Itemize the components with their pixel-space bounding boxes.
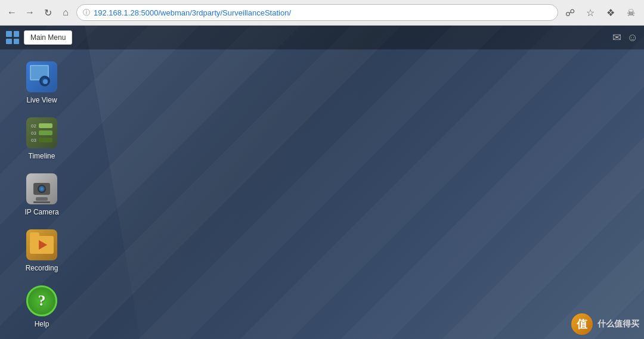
timeline-icon: 02 03 03 [26,117,57,148]
browser-chrome: ← → ↻ ⌂ ⓘ 192.168.1.28:5000/webman/3rdpa… [0,0,644,26]
profile-icon[interactable]: ☠ [623,4,639,21]
live-view-icon [26,61,57,92]
menu-item-help[interactable]: ? Help [6,279,78,334]
top-bar: Main Menu ✉ ☺ [0,26,644,49]
recording-icon [26,229,57,260]
menu-item-live-view[interactable]: Live View [6,55,78,110]
menu-item-ip-camera[interactable]: IP Camera [6,167,78,222]
main-menu-tooltip: Main Menu [24,30,72,45]
app-window: Main Menu ✉ ☺ Live View 02 [0,26,644,339]
main-menu-icon[interactable] [6,31,19,44]
toolbar-right: ☍ ☆ ❖ ☠ [562,4,639,21]
top-bar-right: ✉ ☺ [612,31,638,44]
ip-camera-icon [26,173,57,204]
timeline-label: Timeline [29,152,55,160]
live-view-label: Live View [26,96,57,104]
back-button[interactable]: ← [5,5,19,20]
menu-item-timeline[interactable]: 02 03 03 Timeline [6,111,78,166]
url-path: :5000/webman/3rdparty/SurveillanceStatio… [139,8,291,17]
app-background [0,26,644,339]
help-label: Help [35,320,49,328]
reader-view-icon[interactable]: ☍ [562,4,578,21]
watermark-text: 什么值得买 [597,319,639,329]
url-text: 192.168.1.28:5000/webman/3rdparty/Survei… [94,8,291,17]
address-bar[interactable]: ⓘ 192.168.1.28:5000/webman/3rdparty/Surv… [76,4,558,21]
home-button[interactable]: ⌂ [58,5,73,20]
reload-button[interactable]: ↻ [41,5,55,20]
chat-icon[interactable]: ✉ [612,31,621,44]
watermark: 值 什么值得买 [571,313,639,335]
recording-label: Recording [26,264,58,272]
user-icon[interactable]: ☺ [627,32,638,44]
menu-item-recording[interactable]: Recording [6,223,78,278]
main-menu-label: Main Menu [30,33,66,42]
url-host: 192.168.1.28 [94,8,139,17]
bookmark-icon[interactable]: ☆ [582,4,599,21]
ip-camera-label: IP Camera [24,208,58,216]
top-bar-left: Main Menu [6,30,72,45]
help-icon: ? [26,285,57,316]
browser-toolbar: ← → ↻ ⌂ ⓘ 192.168.1.28:5000/webman/3rdpa… [0,0,644,25]
watermark-logo: 值 [571,313,593,335]
collections-icon[interactable]: ❖ [602,4,619,21]
security-icon: ⓘ [83,8,90,18]
menu-area: Live View 02 03 03 [0,49,83,339]
forward-button[interactable]: → [23,5,37,20]
